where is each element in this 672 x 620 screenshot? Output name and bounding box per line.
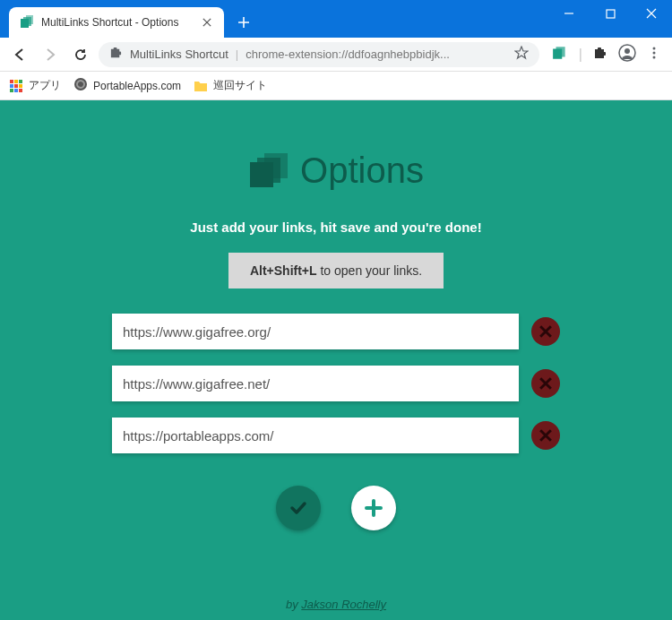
apps-icon (9, 79, 23, 93)
shortcut-hint: Alt+Shift+L to open your links. (228, 253, 444, 288)
close-window-button[interactable] (631, 0, 672, 27)
credit-prefix: by (286, 598, 301, 611)
action-buttons (0, 486, 672, 530)
page-title: Options (300, 151, 424, 191)
portableapps-bookmark[interactable]: PortableApps.com (73, 77, 181, 94)
portableapps-label: PortableApps.com (93, 80, 181, 92)
link-input[interactable] (112, 418, 519, 453)
folder-label: 巡回サイト (213, 78, 267, 93)
svg-rect-13 (19, 80, 22, 83)
svg-rect-12 (14, 80, 18, 83)
browser-tab[interactable]: MultiLinks Shortcut - Options (9, 7, 224, 38)
back-button[interactable] (7, 42, 32, 67)
link-row (112, 418, 560, 453)
tab-close-icon[interactable] (201, 16, 213, 29)
svg-rect-16 (19, 84, 22, 88)
apps-label: アプリ (29, 78, 61, 93)
bookmarks-bar: アプリ PortableApps.com 巡回サイト (0, 72, 672, 100)
svg-point-10 (653, 56, 656, 58)
svg-rect-19 (19, 89, 22, 92)
add-link-button[interactable] (351, 486, 396, 530)
omnibox-ext-name: MultiLinks Shortcut (130, 47, 228, 61)
shortcut-key: Alt+Shift+L (250, 263, 317, 278)
link-input[interactable] (112, 366, 519, 401)
page-subtitle: Just add your links, hit save and you're… (0, 220, 672, 235)
shortcut-rest: to open your links. (317, 263, 423, 278)
credit-link[interactable]: Jakson Rochelly (301, 598, 386, 611)
delete-link-button[interactable] (531, 369, 560, 398)
menu-icon[interactable] (647, 46, 661, 64)
apps-bookmark[interactable]: アプリ (9, 78, 61, 93)
svg-rect-17 (10, 89, 13, 92)
svg-point-9 (653, 51, 656, 54)
delete-link-button[interactable] (531, 421, 560, 450)
svg-rect-11 (10, 80, 13, 83)
svg-rect-5 (556, 47, 564, 56)
options-page: Options Just add your links, hit save an… (0, 100, 672, 620)
window-titlebar: MultiLinks Shortcut - Options (0, 0, 672, 38)
extension-icon (109, 46, 123, 63)
extensions-icon[interactable] (593, 46, 607, 64)
delete-link-button[interactable] (531, 317, 560, 346)
svg-rect-2 (26, 15, 33, 24)
svg-point-8 (653, 47, 656, 49)
svg-rect-23 (264, 153, 288, 178)
browser-toolbar: MultiLinks Shortcut | chrome-extension:/… (0, 38, 672, 72)
omnibox-text: MultiLinks Shortcut | chrome-extension:/… (130, 47, 450, 61)
reload-button[interactable] (68, 42, 93, 67)
portableapps-icon (73, 77, 88, 94)
minimize-button[interactable] (548, 0, 590, 27)
tab-title: MultiLinks Shortcut - Options (41, 16, 194, 29)
link-input[interactable] (112, 314, 519, 349)
window-controls (548, 0, 672, 38)
star-icon[interactable] (514, 46, 529, 64)
svg-rect-18 (14, 89, 18, 92)
svg-rect-3 (607, 10, 615, 18)
forward-button[interactable] (38, 42, 63, 67)
address-bar[interactable]: MultiLinks Shortcut | chrome-extension:/… (99, 42, 539, 67)
page-heading: Options (0, 151, 672, 191)
omnibox-url: chrome-extension://ddfoagnhebpbidjk... (246, 47, 450, 61)
folder-bookmark[interactable]: 巡回サイト (194, 78, 267, 93)
links-list (0, 314, 672, 453)
svg-rect-15 (14, 84, 18, 88)
link-row (112, 314, 560, 349)
link-row (112, 366, 560, 401)
tab-favicon (20, 15, 34, 30)
options-logo-icon (248, 153, 288, 189)
credit-line: by Jakson Rochelly (0, 598, 672, 611)
save-button[interactable] (276, 486, 321, 530)
new-tab-button[interactable] (231, 10, 256, 35)
svg-point-7 (625, 48, 630, 54)
profile-icon[interactable] (618, 44, 636, 65)
svg-rect-14 (10, 84, 13, 88)
maximize-button[interactable] (590, 0, 631, 27)
multilinks-ext-icon[interactable] (552, 45, 568, 65)
folder-icon (194, 80, 208, 92)
